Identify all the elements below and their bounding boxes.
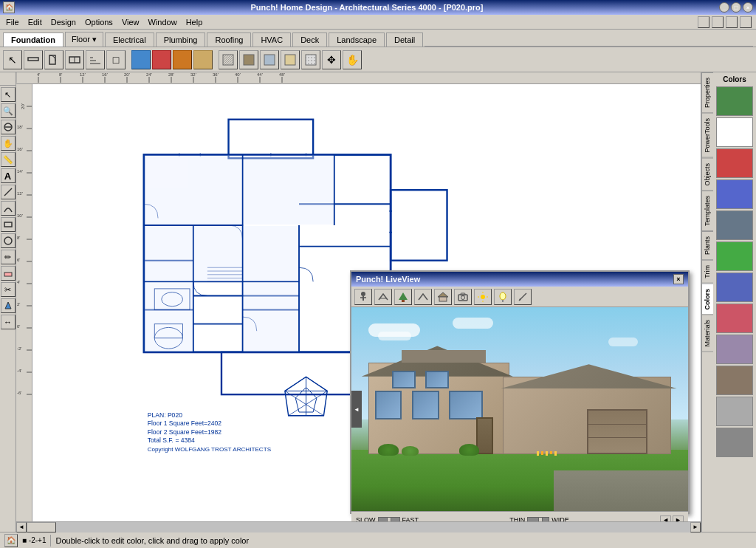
swatch-gray-blue[interactable] (716, 210, 753, 240)
toolbar-btn-wall[interactable] (24, 50, 43, 69)
liveview-btn-light[interactable] (494, 289, 512, 305)
liveview-arrow-left[interactable]: ◄ (351, 391, 362, 428)
tab-trim[interactable]: Trim (702, 260, 713, 284)
toolbar-btn-hatch1[interactable] (219, 50, 238, 69)
liveview-btn-house[interactable] (434, 289, 452, 305)
liveview-btn-pencil[interactable] (514, 289, 532, 305)
swatch-gray-medium[interactable] (716, 428, 753, 457)
menu-design[interactable]: Design (47, 16, 80, 28)
liveview-btn-fly[interactable] (374, 289, 392, 305)
swatch-blue-dark[interactable] (716, 273, 753, 302)
bottom-scrollbar[interactable]: ◄ ► (16, 521, 701, 532)
left-btn-fill[interactable] (1, 298, 16, 313)
width-slider[interactable] (527, 517, 549, 522)
menu-edit[interactable]: Edit (24, 16, 47, 28)
liveview-btn-camera[interactable] (454, 289, 472, 305)
toolbar-btn-stairs[interactable] (86, 50, 105, 69)
toolbar-btn-door[interactable] (44, 50, 63, 69)
toolbar-btn-hatch4[interactable] (281, 50, 300, 69)
liveview-btn-sun[interactable] (474, 289, 492, 305)
maximize-button[interactable]: □ (731, 2, 741, 13)
toolbar-btn-room[interactable]: □ (106, 50, 126, 69)
swatch-purple-gray[interactable] (716, 335, 753, 364)
tab-materials[interactable]: Materials (702, 315, 713, 352)
view-btn-1[interactable] (698, 16, 709, 28)
minimize-button[interactable]: _ (719, 2, 729, 13)
left-btn-select[interactable]: ↖ (1, 87, 16, 102)
swatch-red[interactable] (716, 148, 753, 178)
tab-floor[interactable]: Floor ▾ (65, 32, 103, 47)
menu-file[interactable]: File (1, 16, 24, 28)
toolbar-btn-blue1[interactable] (131, 50, 151, 69)
swatch-green-dark[interactable] (716, 86, 753, 116)
left-btn-pan[interactable]: ✋ (1, 136, 16, 151)
liveview-window[interactable]: Punch! LiveView × (350, 270, 690, 514)
liveview-btn-walk[interactable] (354, 289, 372, 305)
left-btn-zoom-out[interactable] (1, 120, 16, 134)
tab-objects[interactable]: Objects (702, 158, 713, 191)
toolbar-btn-hatch5[interactable] (301, 50, 320, 69)
left-btn-pencil[interactable]: ✏ (1, 250, 16, 264)
horizontal-scroll-track[interactable] (27, 522, 690, 532)
speed-slider[interactable] (378, 517, 400, 522)
swatch-blue-medium[interactable] (716, 179, 753, 209)
tab-foundation[interactable]: Foundation (3, 32, 63, 47)
tab-deck[interactable]: Deck (292, 32, 327, 47)
left-btn-scissors[interactable]: ✂ (1, 282, 16, 297)
menu-view[interactable]: View (117, 16, 144, 28)
view-btn-4[interactable] (740, 16, 752, 28)
left-btn-text[interactable]: A (1, 168, 16, 183)
left-btn-dimension[interactable]: ↔ (1, 315, 16, 329)
tab-landscape[interactable]: Landscape (329, 32, 385, 47)
menu-options[interactable]: Options (80, 16, 117, 28)
menu-window[interactable]: Window (144, 16, 182, 28)
toolbar-btn-tan[interactable] (193, 50, 213, 69)
toolbar-btn-red1[interactable] (152, 50, 171, 69)
toolbar-btn-orange[interactable] (173, 50, 192, 69)
swatch-brown[interactable] (716, 366, 753, 395)
tab-hvac[interactable]: HVAC (252, 32, 291, 47)
tab-detail[interactable]: Detail (386, 32, 423, 47)
tab-plumbing[interactable]: Plumbing (156, 32, 206, 47)
toolbar-btn-scroll[interactable]: ✋ (343, 50, 362, 69)
blueprint-canvas[interactable]: PLAN: P020 Floor 1 Square Feet=2402 Floo… (32, 84, 701, 521)
left-btn-measure[interactable]: 📏 (1, 152, 16, 167)
tab-properties[interactable]: Properties (702, 72, 713, 113)
toolbar-btn-move[interactable]: ✥ (322, 50, 341, 69)
left-btn-zoom-in[interactable]: 🔍 (1, 103, 16, 118)
liveview-btn-drone[interactable] (414, 289, 432, 305)
swatch-green-light[interactable] (716, 242, 753, 271)
left-btn-circle[interactable] (1, 233, 16, 248)
toolbar-btn-window[interactable] (65, 50, 84, 69)
toolbar-btn-hatch3[interactable] (260, 50, 279, 69)
swatch-gray-light[interactable] (716, 397, 753, 426)
view-btn-3[interactable] (726, 16, 738, 28)
status-icon[interactable]: 🏠 (4, 534, 18, 547)
toolbar-btn-hatch2[interactable] (239, 50, 258, 69)
liveview-close-button[interactable]: × (673, 274, 684, 284)
menu-help[interactable]: Help (182, 16, 207, 28)
liveview-nav-btn2[interactable]: ► (673, 516, 684, 522)
swatch-pink-red[interactable] (716, 304, 753, 333)
left-btn-rect[interactable] (1, 217, 16, 232)
swatch-white[interactable] (716, 117, 753, 147)
left-btn-eraser[interactable] (1, 266, 16, 281)
tab-templates[interactable]: Templates (702, 191, 713, 231)
tab-colors-active[interactable]: Colors (702, 284, 713, 315)
close-button[interactable]: × (743, 2, 753, 13)
liveview-nav-btn[interactable]: ◄ (660, 516, 671, 522)
view-btn-2[interactable] (712, 16, 724, 28)
tab-electrical[interactable]: Electrical (105, 32, 154, 47)
liveview-title-bar[interactable]: Punch! LiveView × (351, 272, 688, 287)
left-btn-line[interactable] (1, 185, 16, 199)
toolbar-btn-cursor[interactable]: ↖ (3, 50, 22, 69)
horizontal-scroll-thumb[interactable] (27, 522, 56, 532)
tab-roofing[interactable]: Roofing (207, 32, 251, 47)
scroll-left-button[interactable]: ◄ (16, 522, 27, 532)
liveview-render[interactable]: ◄ (351, 307, 688, 511)
liveview-btn-tree[interactable] (394, 289, 412, 305)
tab-plants[interactable]: Plants (702, 231, 713, 260)
scroll-right-button[interactable]: ► (690, 522, 701, 532)
left-btn-arc[interactable] (1, 201, 16, 216)
tab-powertools[interactable]: PowerTools (702, 113, 713, 158)
